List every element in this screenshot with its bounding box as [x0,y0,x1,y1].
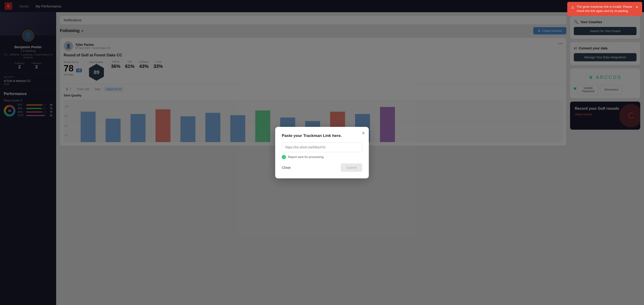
toast-message: The given trackman link is invalid. Plea… [576,5,633,13]
trackman-modal: Paste your Trackman Link here. ✕ ✓ Repor… [275,127,369,178]
toast-close-button[interactable]: ✕ [635,5,638,10]
error-toast: ⚠ The given trackman link is invalid. Pl… [567,2,642,16]
success-text: Report sent for processing [288,155,324,159]
modal-close-button[interactable]: Close [282,166,291,170]
trackman-link-input[interactable] [282,142,362,152]
modal-submit-button[interactable]: Submit [341,164,362,172]
modal-success-message: ✓ Report sent for processing [282,155,362,159]
modal-title: Paste your Trackman Link here. [282,134,362,138]
warning-icon: ⚠ [571,5,574,10]
success-check-icon: ✓ [282,155,286,159]
modal-overlay[interactable]: Paste your Trackman Link here. ✕ ✓ Repor… [0,0,644,305]
modal-close-x-button[interactable]: ✕ [362,130,365,136]
modal-actions: Close Submit [282,164,362,172]
